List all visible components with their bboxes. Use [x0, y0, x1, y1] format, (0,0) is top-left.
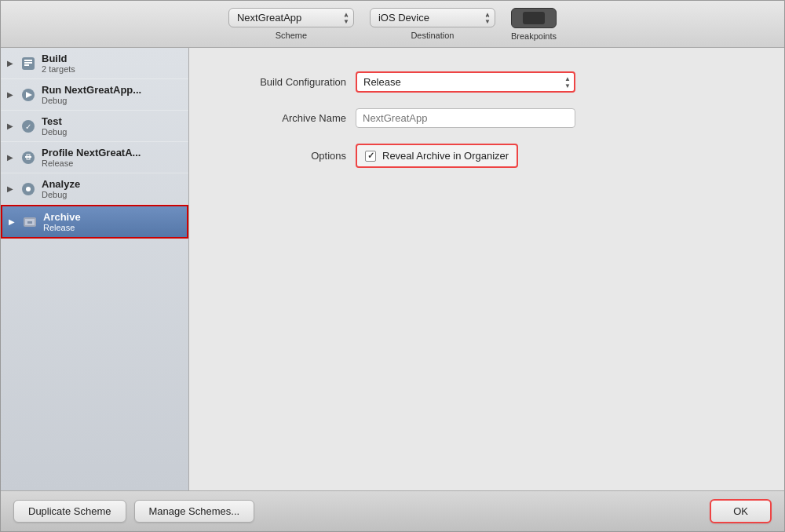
scheme-select[interactable]: NextGreatApp — [228, 8, 354, 27]
scheme-label: Scheme — [276, 31, 307, 40]
sidebar-arrow-archive: ▶ — [9, 217, 16, 226]
svg-rect-15 — [27, 221, 32, 224]
sidebar-item-run[interactable]: ▶ Run NextGreatApp... Debug — [1, 79, 188, 111]
manage-schemes-button[interactable]: Manage Schemes... — [134, 500, 255, 523]
sidebar-item-sub-analyze: Debug — [42, 190, 80, 199]
archive-name-label: Archive Name — [221, 112, 346, 124]
sidebar-item-analyze[interactable]: ▶ Analyze Debug — [1, 173, 188, 205]
destination-group: iOS Device ▲ ▼ Destination — [370, 8, 495, 40]
sidebar-arrow-run: ▶ — [7, 90, 15, 99]
reveal-archive-label: Reveal Archive in Organizer — [382, 150, 509, 162]
scheme-select-wrapper[interactable]: NextGreatApp ▲ ▼ — [228, 8, 354, 27]
ok-button[interactable]: OK — [710, 499, 772, 523]
sidebar-item-build[interactable]: ▶ Build 2 targets — [1, 48, 188, 79]
svg-text:✓: ✓ — [25, 122, 31, 131]
build-icon — [20, 55, 37, 72]
destination-select[interactable]: iOS Device — [370, 8, 495, 27]
sidebar-text-profile: Profile NextGreatA... Release — [42, 147, 141, 168]
bottom-bar: Duplicate Scheme Manage Schemes... OK — [1, 490, 784, 531]
sidebar-item-sub-build: 2 targets — [42, 64, 75, 74]
breakpoints-button[interactable] — [511, 8, 557, 28]
breakpoints-icon — [523, 12, 545, 24]
toolbar: NextGreatApp ▲ ▼ Scheme iOS Device ▲ ▼ D… — [1, 1, 784, 48]
analyze-icon — [20, 180, 37, 198]
archive-icon — [21, 213, 38, 231]
archive-name-input[interactable] — [356, 108, 575, 128]
sidebar-text-build: Build 2 targets — [42, 53, 75, 74]
sidebar-text-archive: Archive Release — [43, 211, 81, 232]
scheme-group: NextGreatApp ▲ ▼ Scheme — [228, 8, 354, 40]
sidebar: ▶ Build 2 targets ▶ Run NextGreatApp... … — [1, 48, 189, 490]
right-panel: Build Configuration Release ▲ ▼ Archive … — [189, 48, 784, 490]
sidebar-item-profile[interactable]: ▶ Profile NextGreatA... Release — [1, 142, 188, 173]
sidebar-item-archive[interactable]: ▶ Archive Release — [1, 205, 188, 239]
sidebar-item-name-archive: Archive — [43, 211, 81, 223]
options-row: Options Reveal Archive in Organizer — [221, 144, 753, 168]
sidebar-item-name-analyze: Analyze — [42, 178, 80, 190]
breakpoints-label: Breakpoints — [511, 31, 557, 41]
svg-rect-3 — [24, 64, 29, 66]
sidebar-item-name-run: Run NextGreatApp... — [42, 84, 141, 96]
sidebar-item-sub-archive: Release — [43, 223, 81, 232]
svg-rect-2 — [24, 60, 32, 61]
sidebar-item-sub-test: Debug — [42, 127, 67, 137]
build-config-row: Build Configuration Release ▲ ▼ — [221, 71, 753, 93]
sidebar-item-name-test: Test — [42, 115, 67, 127]
build-config-select[interactable]: Release — [356, 71, 575, 93]
duplicate-scheme-button[interactable]: Duplicate Scheme — [13, 500, 126, 523]
build-config-control: Release ▲ ▼ — [356, 71, 575, 93]
sidebar-item-name-profile: Profile NextGreatA... — [42, 147, 141, 159]
archive-name-row: Archive Name — [221, 108, 753, 128]
sidebar-arrow-test: ▶ — [7, 122, 15, 130]
sidebar-item-test[interactable]: ▶ ✓ Test Debug — [1, 111, 188, 142]
sidebar-arrow-profile: ▶ — [7, 153, 15, 162]
profile-icon — [20, 149, 37, 166]
svg-point-12 — [26, 187, 31, 191]
svg-rect-1 — [24, 62, 32, 64]
breakpoints-group: Breakpoints — [511, 8, 557, 41]
svg-rect-9 — [25, 156, 31, 158]
sidebar-text-run: Run NextGreatApp... Debug — [42, 84, 141, 105]
sidebar-arrow-analyze: ▶ — [7, 184, 15, 193]
options-label: Options — [221, 150, 346, 162]
build-config-label: Build Configuration — [221, 76, 346, 88]
options-wrapper: Reveal Archive in Organizer — [356, 144, 518, 168]
reveal-archive-checkbox[interactable] — [365, 151, 376, 162]
sidebar-text-analyze: Analyze Debug — [42, 178, 80, 199]
main-content: ▶ Build 2 targets ▶ Run NextGreatApp... … — [1, 48, 784, 490]
sidebar-item-sub-profile: Release — [42, 159, 141, 168]
sidebar-item-sub-run: Debug — [42, 96, 141, 105]
sidebar-text-test: Test Debug — [42, 115, 67, 137]
destination-label: Destination — [411, 31, 454, 40]
test-icon: ✓ — [20, 118, 37, 135]
sidebar-item-name-build: Build — [42, 53, 75, 64]
run-icon — [20, 86, 37, 104]
destination-select-wrapper[interactable]: iOS Device ▲ ▼ — [370, 8, 495, 27]
sidebar-arrow-build: ▶ — [7, 59, 15, 67]
